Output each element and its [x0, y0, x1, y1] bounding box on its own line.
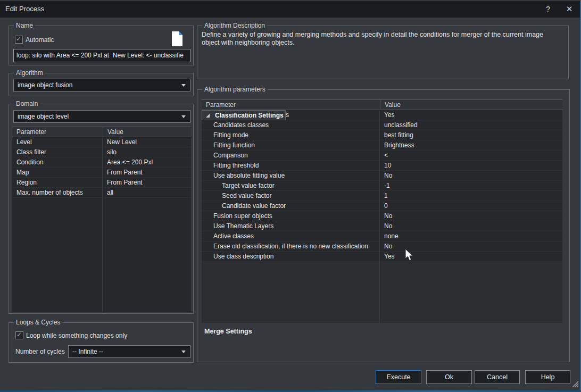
parameter-name-cell: Seed value factor — [202, 191, 380, 201]
parameter-value-cell[interactable]: -1 — [380, 182, 562, 189]
cancel-button[interactable]: Cancel — [475, 370, 520, 384]
parameter-name-cell: Candidates classes — [202, 120, 380, 130]
parameter-row[interactable]: Use Thematic LayersNo — [202, 221, 562, 231]
parameter-row[interactable]: Fusion super objectsNo — [202, 211, 562, 221]
domain-table-row[interactable]: LevelNew Level — [12, 137, 191, 147]
loops-cycles-group: Loops & Cycles Loop while something chan… — [9, 322, 194, 363]
parameter-name-cell: Candidate value factor — [202, 201, 380, 211]
parameter-name-cell: Use Thematic Layers — [202, 221, 380, 231]
domain-group-label: Domain — [14, 100, 40, 107]
domain-col-value: Value — [103, 127, 191, 137]
parameter-value-cell[interactable]: 1 — [380, 192, 562, 199]
parameter-row[interactable]: Fitting threshold10 — [202, 161, 562, 171]
number-of-cycles-select[interactable]: -- Infinite -- — [68, 345, 190, 358]
chevron-down-icon — [181, 84, 186, 87]
domain-col-parameter: Parameter — [12, 128, 103, 136]
domain-table-row[interactable]: ConditionArea <= 200 Pxl — [12, 157, 191, 168]
window-title: Edit Process — [5, 5, 44, 13]
algorithm-group-label: Algorithm — [14, 69, 45, 77]
help-icon[interactable]: ? — [541, 4, 555, 14]
parameter-row[interactable]: Active classesnone — [202, 231, 562, 241]
number-of-cycles-label: Number of cycles — [15, 348, 65, 355]
parameters-col-value: Value — [380, 100, 562, 110]
algorithm-description-label: Algorithm Description — [202, 22, 267, 29]
parameter-value-cell[interactable]: No — [380, 212, 562, 220]
parameter-row[interactable]: Comparison< — [202, 151, 562, 161]
parameter-row[interactable]: Fitting functionBrightness — [202, 140, 562, 151]
parameter-empty-row — [202, 262, 562, 323]
algorithm-select[interactable]: image object fusion — [13, 79, 190, 91]
parameter-row[interactable]: Erase old classification, if there is no… — [202, 241, 562, 252]
parameter-row[interactable]: Fitting modebest fitting — [202, 130, 562, 140]
parameters-table-header: Parameter Value — [202, 99, 562, 110]
parameter-row[interactable]: Use class descriptionYes — [202, 252, 562, 262]
domain-table-header: Parameter Value — [12, 127, 191, 137]
parameter-value-cell[interactable]: Brightness — [380, 141, 562, 149]
algorithm-selected-value: image object fusion — [18, 81, 72, 89]
parameter-value-cell[interactable]: 10 — [380, 162, 562, 169]
close-icon[interactable]: ✕ — [562, 4, 577, 14]
parameter-value-cell[interactable]: 0 — [380, 202, 562, 210]
domain-table-rows: LevelNew LevelClass filtersiloConditionA… — [12, 137, 191, 312]
automatic-checkbox[interactable] — [15, 36, 23, 44]
loop-while-changes-label: Loop while something changes only — [26, 332, 127, 339]
domain-table-row[interactable]: Class filtersilo — [12, 147, 191, 157]
parameters-col-parameter: Parameter — [202, 101, 380, 109]
chevron-down-icon — [181, 115, 186, 118]
parameter-row[interactable]: Candidate value factor0 — [202, 201, 562, 211]
parameters-table-rows: Candidate SettingsEnable candidates clas… — [202, 110, 562, 323]
domain-table-row[interactable]: RegionFrom Parent — [12, 178, 191, 188]
mouse-cursor-icon — [404, 248, 414, 264]
algorithm-description-text: Define a variety of growing and merging … — [202, 31, 561, 47]
execute-button[interactable]: Execute — [376, 370, 421, 384]
parameter-value-cell[interactable]: none — [380, 232, 562, 240]
domain-param-cell: Region — [12, 178, 103, 187]
document-icon[interactable] — [171, 31, 183, 48]
parameter-name-cell: Fitting function — [202, 140, 380, 150]
automatic-checkbox-label: Automatic — [26, 36, 54, 44]
parameter-name-cell: Target value factor — [202, 181, 380, 190]
domain-param-cell: Map — [12, 168, 103, 177]
parameter-name-cell: Use absolute fitting value — [202, 171, 380, 180]
parameter-value-cell[interactable]: < — [380, 152, 562, 159]
parameter-value-cell[interactable]: No — [380, 222, 562, 230]
domain-select[interactable]: image object level — [13, 110, 190, 123]
algorithm-description-group: Algorithm Description Define a variety o… — [197, 26, 569, 79]
parameter-row[interactable]: Candidates classesunclassified — [202, 120, 562, 130]
algorithm-parameters-group: Algorithm parameters Parameter Value Can… — [197, 89, 570, 362]
parameter-row[interactable]: Target value factor-1 — [202, 181, 562, 191]
tree-expanded-icon[interactable] — [205, 113, 211, 118]
algorithm-parameters-label: Algorithm parameters — [202, 86, 268, 93]
parameters-table: Parameter Value Candidate SettingsEnable… — [202, 99, 562, 323]
name-group: Name Automatic loop: silo with Area <= 2… — [9, 26, 194, 65]
domain-table-row[interactable]: Max. number of objectsall — [12, 188, 191, 198]
parameter-value-cell[interactable]: unclassified — [380, 121, 562, 129]
domain-table-row[interactable]: MapFrom Parent — [12, 168, 191, 178]
domain-value-cell: From Parent — [103, 169, 191, 176]
titlebar: Edit Process ? ✕ — [0, 1, 581, 18]
parameter-name-cell: Fitting threshold — [202, 161, 380, 170]
loop-while-changes-checkbox[interactable] — [15, 331, 23, 339]
parameter-name-cell: Comparison — [202, 151, 380, 160]
resize-grip[interactable] — [571, 380, 579, 389]
parameter-name-cell: Erase old classification, if there is no… — [202, 241, 380, 251]
parameter-group-row[interactable]: Classification Settings — [202, 110, 286, 120]
parameter-name-cell: Active classes — [202, 231, 380, 241]
empty-param-cell — [202, 262, 380, 323]
domain-value-cell: all — [103, 189, 191, 196]
process-name-input[interactable]: loop: silo with Area <= 200 Pxl at New L… — [13, 49, 190, 62]
domain-table-empty-area — [12, 198, 191, 312]
loops-cycles-group-label: Loops & Cycles — [14, 319, 62, 326]
parameter-value-cell[interactable]: best fitting — [380, 131, 562, 139]
parameter-name-cell: Fusion super objects — [202, 211, 380, 221]
parameter-value-cell[interactable]: No — [380, 172, 562, 179]
parameter-row[interactable]: Use absolute fitting valueNo — [202, 171, 562, 181]
ok-button[interactable]: Ok — [426, 370, 472, 384]
domain-table: Parameter Value LevelNew LevelClass filt… — [12, 127, 191, 312]
parameter-name-cell: Fitting mode — [202, 130, 380, 140]
help-button[interactable]: Help — [525, 370, 570, 384]
parameter-value-cell[interactable]: Yes — [380, 111, 562, 119]
domain-param-cell: Condition — [12, 157, 103, 167]
parameter-row[interactable]: Seed value factor1 — [202, 191, 562, 201]
parameter-name-cell: Use class description — [202, 252, 380, 261]
